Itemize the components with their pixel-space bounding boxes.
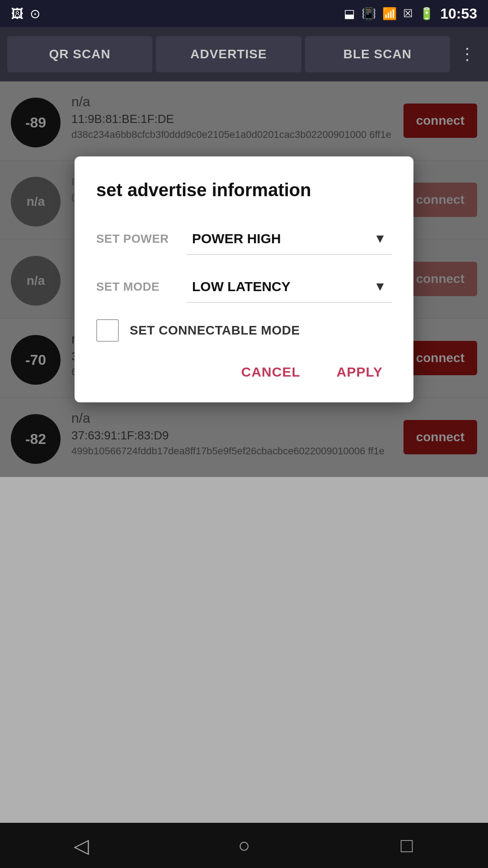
power-selected-value: POWER HIGH [192,231,281,246]
mode-label: SET MODE [96,280,187,294]
sim-icon: ☒ [403,7,413,20]
status-bar-left: 🖼 ⊙ [11,6,40,21]
mode-row: SET MODE LOW LATENCY ▼ [96,271,392,303]
dropdown-arrow-icon: ▼ [374,231,386,246]
status-bar: 🖼 ⊙ ⬓ 📳 📶 ☒ 🔋 10:53 [0,0,488,27]
home-icon: ○ [238,834,250,857]
nav-bar: ◁ ○ □ [0,823,488,868]
home-button[interactable]: ○ [217,823,271,868]
advertise-dialog: set advertise information SET POWER POWE… [75,156,413,402]
menu-button[interactable]: ⋮ [454,36,481,72]
mode-select[interactable]: LOW LATENCY ▼ [187,271,392,303]
connectable-mode-checkbox[interactable] [96,319,119,342]
connectable-mode-row: SET CONNECTABLE MODE [96,319,392,342]
back-button[interactable]: ◁ [54,823,108,868]
vibrate-icon: 📳 [361,7,376,21]
device-list: -89 n/a 11:9B:81:BE:1F:DE d38c234a6bb8cf… [0,81,488,477]
apply-button[interactable]: APPLY [328,360,392,384]
qr-scan-button[interactable]: QR SCAN [7,36,152,72]
connectable-mode-label: SET CONNECTABLE MODE [130,323,300,338]
status-time: 10:53 [440,5,477,22]
advertise-button[interactable]: ADVERTISE [156,36,301,72]
dropdown-arrow-icon: ▼ [374,279,386,294]
bluetooth-icon: ⬓ [344,7,355,21]
power-select[interactable]: POWER HIGH ▼ [187,223,392,255]
network-icon: ⊙ [30,6,40,21]
battery-icon: 🔋 [419,7,434,21]
recent-icon: □ [401,834,413,857]
more-icon: ⋮ [459,45,475,64]
toolbar: QR SCAN ADVERTISE BLE SCAN ⋮ [0,27,488,81]
power-label: SET POWER [96,232,187,246]
ble-scan-button[interactable]: BLE SCAN [305,36,450,72]
dialog-actions: CANCEL APPLY [96,360,392,384]
status-bar-right: ⬓ 📳 📶 ☒ 🔋 10:53 [344,5,477,22]
recent-apps-button[interactable]: □ [380,823,434,868]
back-icon: ◁ [74,834,89,857]
wifi-icon: 📶 [382,7,397,21]
cancel-button[interactable]: CANCEL [232,360,310,384]
image-icon: 🖼 [11,6,23,21]
power-row: SET POWER POWER HIGH ▼ [96,223,392,255]
mode-selected-value: LOW LATENCY [192,279,291,294]
dialog-title: set advertise information [96,178,392,202]
